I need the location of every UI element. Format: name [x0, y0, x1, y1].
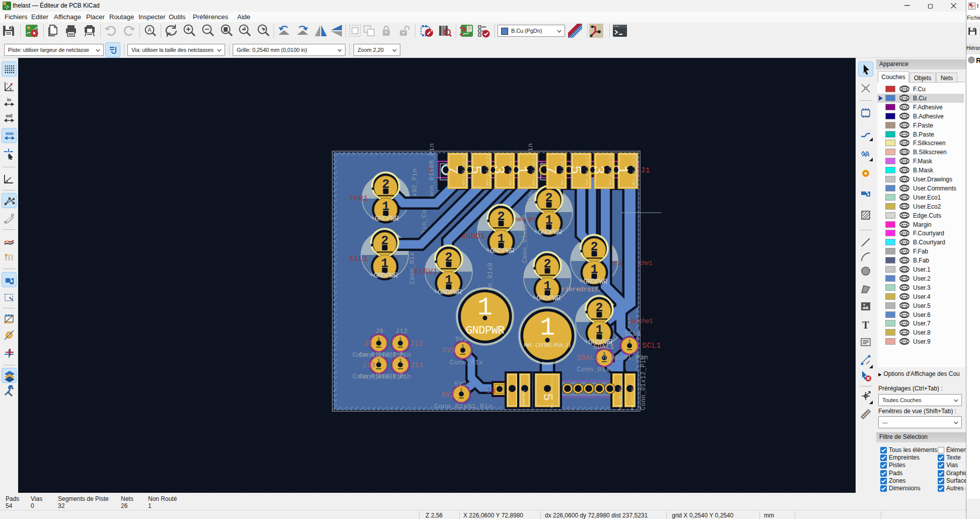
svg-text:Net-(J2-Pin_5): Net-(J2-Pin_5) — [486, 154, 489, 185]
svg-text:R: R — [976, 56, 980, 64]
svg-text:AIL1: AIL1 — [349, 255, 368, 264]
svg-text:Conn_01x01_Pin: Conn_01x01_Pin — [434, 403, 493, 410]
svg-text:1: 1 — [399, 337, 401, 342]
svg-text:2: 2 — [445, 250, 452, 265]
svg-text:J13: J13 — [362, 361, 376, 369]
svg-text:GNDPWR: GNDPWR — [583, 278, 608, 286]
svg-text:Net-(J5-Pin_1): Net-(J5-Pin_1) — [618, 381, 622, 410]
svg-text:1: 1 — [445, 273, 452, 288]
svg-text:r: r — [7, 82, 8, 86]
svg-text:Net-(1VIN1-Pin_1): Net-(1VIN1-Pin_1) — [524, 343, 571, 348]
svg-text:Net-(1VIN1-Pin_1): Net-(1VIN1-Pin_1) — [550, 373, 554, 408]
svg-text:1: 1 — [377, 337, 380, 342]
svg-text:RUDD1: RUDD1 — [461, 232, 485, 241]
svg-text:1: 1 — [381, 256, 388, 271]
svg-text:J12: J12 — [410, 340, 424, 348]
svg-text:in: in — [7, 97, 11, 102]
svg-text:Net-(J2-Pin_3): Net-(J2-Pin_3) — [509, 154, 513, 185]
svg-text:SDAL1: SDAL1 — [593, 343, 614, 351]
svg-text:1: 1 — [545, 213, 552, 228]
svg-text:Net-(J1-Pin_5): Net-(J1-Pin_5) — [586, 154, 589, 185]
svg-text:J3: J3 — [486, 387, 496, 395]
svg-text:1: 1 — [382, 200, 389, 214]
svg-text:Net-(J1-Pin_1): Net-(J1-Pin_1) — [633, 154, 636, 185]
svg-text:1: 1 — [460, 387, 462, 393]
svg-text:2: 2 — [381, 234, 388, 248]
svg-text:1: 1 — [377, 358, 380, 363]
svg-text:1: 1 — [540, 313, 555, 342]
svg-text:n_01x01_Pin: n_01x01_Pin — [602, 354, 648, 361]
svg-text:GNDPWR: GNDPWR — [466, 325, 505, 337]
svg-text:THR1: THR1 — [349, 194, 368, 203]
svg-text:x02_Pin: x02_Pin — [411, 168, 418, 197]
svg-text:J12: J12 — [395, 328, 408, 335]
svg-text:Net-(J1-Pin_7): Net-(J1-Pin_7) — [561, 154, 565, 185]
svg-text:1: 1 — [399, 358, 401, 363]
svg-text:5V2: 5V2 — [441, 391, 455, 399]
svg-text:1: 1 — [461, 344, 464, 349]
svg-text:J2: J2 — [426, 167, 432, 174]
svg-text:5V1: 5V1 — [442, 346, 456, 354]
svg-text:Net-(J2-Pin_1): Net-(J2-Pin_1) — [532, 154, 536, 185]
svg-text:GNDPWR: GNDPWR — [375, 215, 399, 223]
svg-text:1: 1 — [543, 279, 551, 294]
svg-text:2: 2 — [590, 240, 598, 254]
svg-text:Conn_01x: Conn_01x — [409, 252, 416, 284]
svg-text:GNDPWR: GNDPWR — [438, 288, 462, 296]
svg-text:1: 1 — [590, 263, 598, 277]
svg-text:GNDPWR: GNDPWR — [374, 272, 398, 280]
svg-text:J9: J9 — [364, 340, 373, 348]
svg-text:Conn_01x01_Pin: Conn_01x01_Pin — [359, 351, 410, 359]
svg-text:Net-(J2-Pin_7): Net-(J2-Pin_7) — [462, 154, 466, 185]
svg-text:θ: θ — [10, 87, 12, 91]
svg-text:Conn_01x02_P: Conn_01x02_P — [522, 215, 529, 263]
svg-text:1: 1 — [628, 339, 631, 344]
svg-text:5V2: 5V2 — [454, 380, 467, 388]
svg-text:5V1: 5V1 — [455, 336, 468, 343]
svg-text:ELEV1: ELEV1 — [414, 268, 438, 276]
svg-text:Conn_01x: Conn_01x — [577, 366, 610, 373]
svg-text:Conn_01x01_Pin: Conn_01x01_Pin — [359, 373, 410, 380]
svg-text:SCL1: SCL1 — [642, 342, 661, 350]
svg-text:Conn_01x12_Pin: Conn_01x12_Pin — [640, 356, 647, 410]
svg-text:GNDPWR: GNDPWR — [536, 294, 561, 302]
svg-text:J1: J1 — [641, 166, 650, 175]
svg-text:mil: mil — [6, 113, 12, 118]
svg-text:GNDPWR: GNDPWR — [521, 390, 526, 406]
svg-text:T: T — [862, 319, 869, 331]
svg-text:2: 2 — [497, 210, 505, 224]
svg-text:SDAL1: SDAL1 — [577, 354, 599, 362]
svg-text:GNDPWR: GNDPWR — [538, 228, 563, 236]
svg-text:J9: J9 — [375, 328, 384, 335]
svg-text:2: 2 — [543, 257, 551, 272]
svg-text:J14: J14 — [410, 361, 424, 369]
svg-text:2: 2 — [545, 191, 552, 206]
svg-text:Net-(J5-Pin_2): Net-(J5-Pin_2) — [631, 381, 634, 410]
svg-text:Conn_01x: Conn_01x — [450, 359, 483, 366]
svg-text:Net-(J1-Pin_3): Net-(J1-Pin_3) — [609, 154, 612, 185]
svg-text:mm: mm — [6, 131, 14, 136]
svg-text:1: 1 — [497, 232, 505, 246]
svg-text:GNDPWR: GNDPWR — [490, 247, 515, 255]
svg-text:A: A — [148, 27, 152, 33]
svg-text:2: 2 — [595, 301, 603, 315]
svg-text:1: 1 — [595, 323, 603, 338]
svg-text:2: 2 — [382, 177, 389, 192]
